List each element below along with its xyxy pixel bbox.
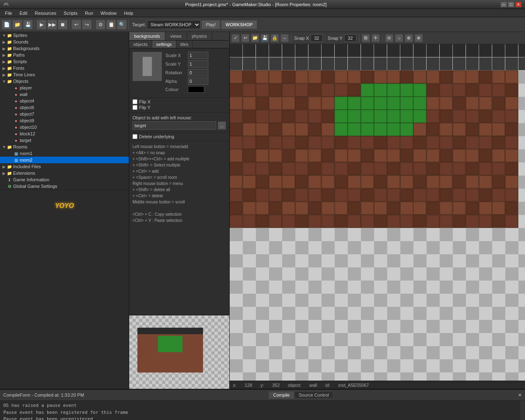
menu-resources[interactable]: Resources bbox=[32, 10, 60, 16]
sidebar-item-object10[interactable]: ● object10 bbox=[0, 124, 129, 130]
undo-btn[interactable]: ↩ bbox=[71, 20, 81, 30]
compile-log: OS has raised a pause event Pause event … bbox=[0, 401, 520, 420]
grid-icon[interactable]: ⊞ bbox=[362, 34, 370, 42]
room-icon: ▦ bbox=[13, 151, 19, 156]
sidebar-item-game-info[interactable]: ℹ Game Information bbox=[0, 176, 129, 183]
menu-window[interactable]: Window bbox=[97, 10, 120, 16]
sidebar-item-sprites[interactable]: ▼ 📁 Sprites bbox=[0, 32, 129, 39]
redo-btn[interactable]: ↪ bbox=[82, 20, 92, 30]
check-icon[interactable]: ✓ bbox=[231, 34, 240, 42]
sidebar-item-object4[interactable]: ● object4 bbox=[0, 98, 129, 104]
sidebar-item-player[interactable]: ● player bbox=[0, 84, 129, 91]
menu-scripts[interactable]: Scripts bbox=[60, 10, 81, 16]
tab-views[interactable]: views bbox=[165, 32, 187, 40]
toolbar-sep-1 bbox=[34, 20, 35, 30]
tb-extra-1[interactable]: ⚙ bbox=[96, 20, 105, 30]
instruction-line-4: + <Shift> = Select multiple bbox=[132, 162, 226, 168]
zoom-out-btn[interactable]: ⊖ bbox=[385, 34, 393, 42]
add-object-input[interactable] bbox=[132, 121, 216, 130]
tb-extra-2[interactable]: 📋 bbox=[106, 20, 116, 30]
play-button[interactable]: Play! bbox=[201, 20, 220, 29]
minimize-button[interactable]: ─ bbox=[500, 2, 507, 7]
subtab-objects[interactable]: objects bbox=[129, 41, 152, 48]
undo-snap-icon[interactable]: ↩ bbox=[241, 34, 249, 42]
sidebar-item-included-files[interactable]: ▶ 📁 Included Files bbox=[0, 163, 129, 170]
sidebar-item-backgrounds[interactable]: ▶ 📁 Backgrounds bbox=[0, 45, 129, 52]
delete-underlying-label: Delete underlying bbox=[139, 134, 174, 139]
menu-help[interactable]: Help bbox=[121, 10, 137, 16]
expand-icon: ▶ bbox=[2, 46, 7, 51]
room-icon: ▦ bbox=[13, 157, 19, 163]
tb-extra-3[interactable]: 🔍 bbox=[117, 20, 127, 30]
snap-toggle-btn[interactable]: 🔒 bbox=[271, 34, 279, 42]
tab-physics[interactable]: physics bbox=[187, 32, 212, 40]
colour-row: Colour bbox=[165, 86, 226, 93]
sidebar-item-block12[interactable]: ● block12 bbox=[0, 130, 129, 137]
snap-sep-1 bbox=[291, 34, 292, 42]
compile-tab-source-control[interactable]: Source Control bbox=[294, 391, 333, 399]
sidebar-item-label: object4 bbox=[20, 98, 34, 103]
room-canvas[interactable] bbox=[230, 44, 525, 381]
snap-sep-2 bbox=[359, 34, 359, 42]
sidebar-item-object7[interactable]: ● object7 bbox=[0, 111, 129, 117]
sidebar-item-target[interactable]: ● target bbox=[0, 137, 129, 144]
open-snap-btn[interactable]: 📁 bbox=[251, 34, 259, 42]
compile-scrollbar[interactable] bbox=[520, 401, 525, 420]
sidebar-item-rooms[interactable]: ▼ 📁 Rooms bbox=[0, 144, 129, 150]
compile-close-button[interactable]: ✕ bbox=[518, 393, 522, 398]
scale-x-row: Scale X bbox=[165, 52, 226, 59]
menu-file[interactable]: File bbox=[2, 10, 16, 16]
new-button[interactable]: 📄 bbox=[2, 20, 11, 30]
flip-y-checkbox[interactable] bbox=[132, 105, 137, 110]
alpha-input[interactable] bbox=[188, 78, 208, 85]
delete-underlying-checkbox[interactable] bbox=[132, 134, 137, 139]
colour-box[interactable] bbox=[188, 86, 204, 93]
save-button[interactable]: 💾 bbox=[23, 20, 33, 30]
stop-btn[interactable]: ⏹ bbox=[58, 20, 68, 30]
scale-x-input[interactable] bbox=[188, 52, 208, 59]
info-icon: ℹ bbox=[7, 177, 12, 183]
sidebar-item-wall[interactable]: ● wall bbox=[0, 91, 129, 98]
target-select[interactable]: Steam WORKSHOP Windows bbox=[147, 20, 201, 29]
snap-extra-1[interactable]: ↔ bbox=[281, 34, 289, 42]
sidebar-item-objects[interactable]: ▼ 📁 Objects bbox=[0, 78, 129, 84]
tab-backgrounds[interactable]: backgrounds bbox=[129, 32, 165, 40]
sidebar-item-extensions[interactable]: ▶ 📁 Extensions bbox=[0, 170, 129, 176]
crosshair-icon[interactable]: ✛ bbox=[372, 34, 380, 42]
workshop-button[interactable]: WORKSHOP bbox=[221, 20, 257, 29]
snap-x-input[interactable] bbox=[310, 34, 323, 42]
subtab-tiles[interactable]: tiles bbox=[176, 41, 193, 48]
play-btn-2[interactable]: ▶▶ bbox=[47, 20, 57, 30]
rotation-input[interactable] bbox=[188, 69, 208, 76]
flip-x-checkbox[interactable] bbox=[132, 99, 137, 104]
subtab-settings[interactable]: settings bbox=[152, 41, 176, 48]
open-button[interactable]: 📁 bbox=[12, 20, 22, 30]
sidebar-item-global-settings[interactable]: ⚙ Global Game Settings bbox=[0, 183, 129, 189]
maximize-button[interactable]: □ bbox=[508, 2, 514, 7]
sidebar-item-object9[interactable]: ● object9 bbox=[0, 117, 129, 124]
sidebar-item-object6[interactable]: ● object6 bbox=[0, 104, 129, 111]
sidebar-item-timelines[interactable]: ▶ 📁 Time Lines bbox=[0, 71, 129, 78]
play-btn-1[interactable]: ▶ bbox=[37, 20, 46, 30]
close-button[interactable]: ✕ bbox=[515, 2, 522, 7]
sidebar-item-room2[interactable]: ▦ room2 bbox=[0, 157, 129, 163]
sidebar-item-scripts[interactable]: ▶ 📁 Scripts bbox=[0, 58, 129, 65]
zoom-in-btn[interactable]: ⊕ bbox=[405, 34, 413, 42]
sidebar-item-room1[interactable]: ▦ room1 bbox=[0, 150, 129, 157]
sidebar-item-sounds[interactable]: ▶ 📁 Sounds bbox=[0, 39, 129, 45]
sidebar-item-fonts[interactable]: ▶ 📁 Fonts bbox=[0, 65, 129, 71]
save-snap-btn[interactable]: 💾 bbox=[261, 34, 269, 42]
status-object-label: object: bbox=[288, 383, 301, 388]
scale-y-input[interactable] bbox=[188, 60, 208, 68]
menu-edit[interactable]: Edit bbox=[16, 10, 31, 16]
menu-run[interactable]: Run bbox=[82, 10, 96, 16]
sidebar-item-label: Fonts bbox=[13, 66, 25, 71]
snap-y-input[interactable] bbox=[344, 34, 356, 42]
compile-tab-compile[interactable]: Compile bbox=[269, 391, 294, 399]
zoom-reset-btn[interactable]: ○ bbox=[395, 34, 403, 42]
browse-object-button[interactable]: ... bbox=[218, 121, 226, 130]
zoom-fit-btn[interactable]: ⊕ bbox=[415, 34, 423, 42]
colour-label: Colour bbox=[165, 87, 188, 92]
sidebar-item-paths[interactable]: ▶ 📁 Paths bbox=[0, 52, 129, 58]
object-preview-section: Scale X Scale Y Rotation Alpha Colour bbox=[129, 48, 229, 98]
